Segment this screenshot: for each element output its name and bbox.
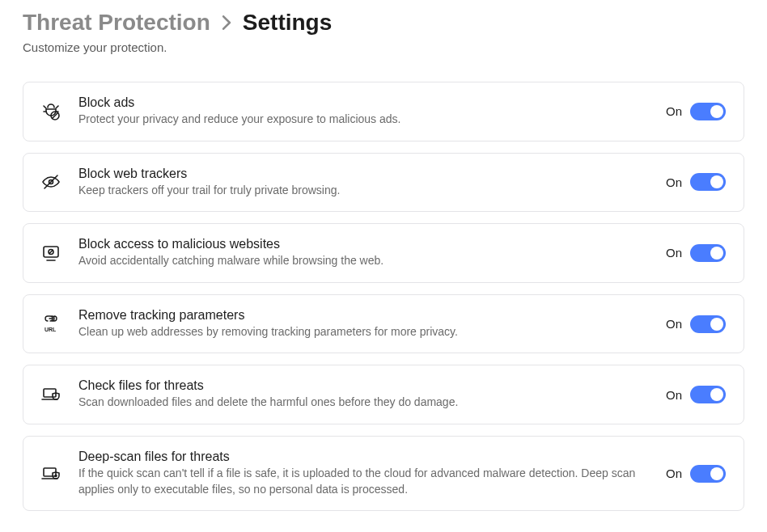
setting-remove-tracking-params: URL Remove tracking parameters Clean up … (23, 294, 744, 354)
setting-title: Deep-scan files for threats (78, 450, 650, 464)
toggle-block-ads[interactable] (690, 103, 726, 120)
toggle-group: On (666, 315, 726, 333)
toggle-block-malicious[interactable] (690, 244, 726, 262)
toggle-state-label: On (666, 175, 682, 189)
setting-title: Block web trackers (78, 167, 650, 181)
setting-text: Block access to malicious websites Avoid… (78, 237, 650, 269)
setting-title: Block access to malicious websites (78, 237, 650, 251)
setting-title: Block ads (78, 95, 650, 110)
setting-text: Check files for threats Scan downloaded … (78, 378, 650, 411)
setting-desc: Protect your privacy and reduce your exp… (78, 112, 650, 128)
toggle-state-label: On (666, 317, 682, 331)
setting-desc: Clean up web addresses by removing track… (78, 324, 650, 340)
setting-text: Block web trackers Keep trackers off you… (78, 167, 650, 199)
toggle-state-label: On (666, 104, 682, 118)
svg-line-11 (49, 250, 53, 253)
settings-list: Block ads Protect your privacy and reduc… (23, 82, 744, 511)
setting-block-ads: Block ads Protect your privacy and reduc… (23, 82, 744, 141)
toggle-deep-scan[interactable] (690, 465, 726, 483)
setting-title: Check files for threats (78, 378, 650, 393)
setting-title: Remove tracking parameters (78, 308, 650, 323)
svg-text:URL: URL (44, 327, 57, 332)
setting-desc: Keep trackers off your trail for truly p… (78, 183, 650, 199)
eye-off-icon (40, 171, 62, 193)
setting-desc: Avoid accidentally catching malware whil… (78, 253, 650, 269)
setting-text: Remove tracking parameters Clean up web … (78, 308, 650, 340)
setting-deep-scan: Deep-scan files for threats If the quick… (23, 436, 744, 511)
toggle-state-label: On (666, 246, 682, 260)
setting-text: Block ads Protect your privacy and reduc… (78, 95, 650, 128)
toggle-check-files[interactable] (690, 386, 726, 403)
svg-point-18 (55, 475, 57, 476)
toggle-block-trackers[interactable] (690, 173, 726, 191)
toggle-group: On (666, 386, 726, 403)
setting-block-malicious: Block access to malicious websites Avoid… (23, 223, 744, 283)
page-title: Settings (243, 10, 332, 36)
toggle-state-label: On (666, 388, 682, 402)
toggle-remove-tracking-params[interactable] (690, 315, 726, 333)
setting-text: Deep-scan files for threats If the quick… (78, 450, 650, 497)
toggle-group: On (666, 173, 726, 191)
setting-check-files: Check files for threats Scan downloaded … (23, 365, 744, 424)
svg-line-1 (56, 106, 58, 108)
setting-block-trackers: Block web trackers Keep trackers off you… (23, 153, 744, 213)
breadcrumb-parent-link[interactable]: Threat Protection (23, 10, 210, 36)
laptop-shield-icon (40, 383, 62, 406)
toggle-state-label: On (666, 467, 682, 480)
laptop-shield-lock-icon (40, 462, 62, 485)
setting-desc: Scan downloaded files and delete the har… (78, 395, 650, 411)
toggle-group: On (666, 244, 726, 262)
url-icon: URL (40, 313, 62, 336)
toggle-group: On (666, 465, 726, 483)
page-subtitle: Customize your protection. (23, 40, 744, 54)
chevron-right-icon (222, 15, 231, 30)
svg-line-0 (44, 106, 46, 108)
breadcrumb: Threat Protection Settings (23, 10, 744, 36)
toggle-group: On (666, 103, 726, 120)
setting-desc: If the quick scan can't tell if a file i… (78, 466, 650, 497)
monitor-block-icon (40, 242, 62, 264)
bug-block-icon (40, 100, 62, 123)
